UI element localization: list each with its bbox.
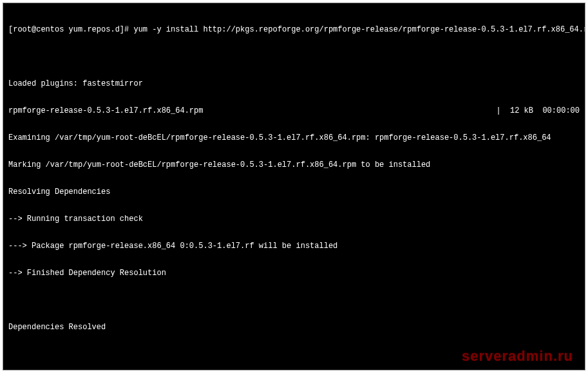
shell-prompt: [root@centos yum.repos.d]#: [8, 25, 133, 34]
output-line: Loaded plugins: fastestmirror: [8, 79, 580, 88]
download-progress-line: rpmforge-release-0.5.3-1.el7.rf.x86_64.r…: [8, 106, 580, 115]
watermark-text: serveradmin.ru: [462, 352, 573, 361]
typed-command: yum -y install http://pkgs.repoforge.org…: [133, 25, 585, 34]
output-line: ---> Package rpmforge-release.x86_64 0:0…: [8, 242, 580, 251]
rpm-filename: rpmforge-release-0.5.3-1.el7.rf.x86_64.r…: [8, 106, 203, 115]
download-stats: | 12 kB 00:00:00: [496, 106, 580, 115]
command-line: [root@centos yum.repos.d]# yum -y instal…: [8, 25, 580, 34]
output-line: Resolving Dependencies: [8, 187, 580, 196]
terminal-window[interactable]: [root@centos yum.repos.d]# yum -y instal…: [3, 3, 585, 370]
blank-line: [8, 296, 580, 305]
output-line: --> Running transaction check: [8, 215, 580, 224]
blank-line: [8, 52, 580, 61]
output-line: Examining /var/tmp/yum-root-deBcEL/rpmfo…: [8, 133, 580, 142]
output-line: Marking /var/tmp/yum-root-deBcEL/rpmforg…: [8, 160, 580, 169]
output-line: --> Finished Dependency Resolution: [8, 269, 580, 278]
dependencies-resolved-label: Dependencies Resolved: [8, 323, 580, 332]
